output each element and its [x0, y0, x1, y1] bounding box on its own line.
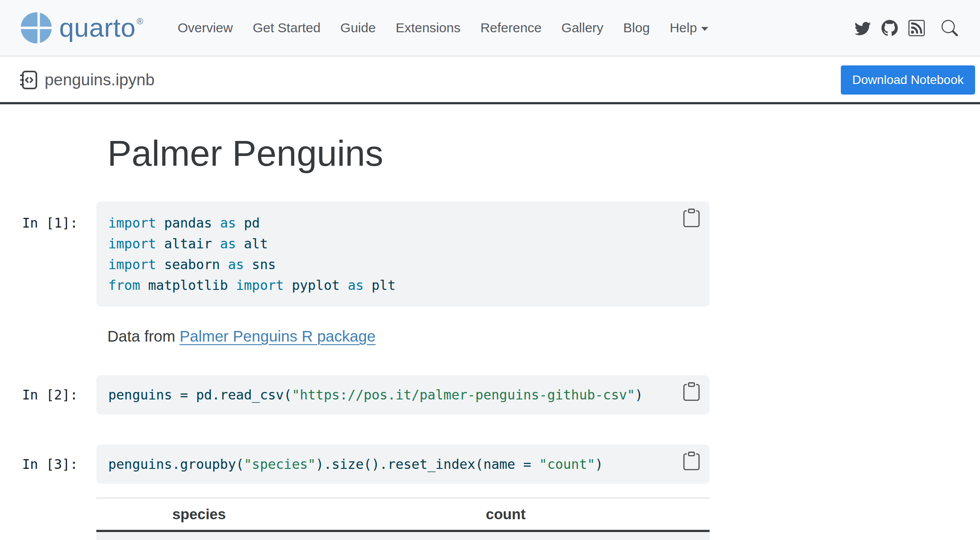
search-icon[interactable] — [942, 20, 958, 36]
table-row — [96, 532, 710, 540]
table-header-count: count — [302, 498, 710, 530]
clipboard-icon — [682, 452, 701, 470]
nav-item-blog[interactable]: Blog — [623, 20, 650, 35]
cell-execution-label: In [2]: — [22, 384, 78, 405]
nav-item-overview[interactable]: Overview — [178, 20, 233, 35]
notebook-filename: penguins.ipynb — [19, 70, 155, 90]
code-block: penguins.groupby("species").size().reset… — [108, 454, 698, 475]
copy-to-clipboard-button[interactable] — [682, 382, 701, 401]
palmer-penguins-link[interactable]: Palmer Penguins R package — [179, 327, 376, 345]
copy-to-clipboard-button[interactable] — [682, 209, 701, 227]
brand-wordmark: quarto® — [59, 11, 143, 44]
species-count-table: species count — [96, 498, 710, 540]
journal-code-icon — [19, 70, 38, 90]
code-cell-read-csv: penguins = pd.read_csv("https://pos.it/p… — [96, 375, 710, 415]
clipboard-icon — [682, 209, 701, 227]
table-header-species: species — [96, 498, 302, 530]
nav-item-gallery[interactable]: Gallery — [562, 20, 604, 35]
code-cell-groupby: penguins.groupby("species").size().reset… — [96, 445, 710, 484]
chevron-down-icon — [701, 27, 708, 31]
nav-item-get-started[interactable]: Get Started — [253, 20, 320, 35]
notebook-filename-label: penguins.ipynb — [45, 71, 155, 89]
code-block: penguins = pd.read_csv("https://pos.it/p… — [108, 384, 698, 405]
quarto-logo-icon — [20, 11, 53, 44]
page-title: Palmer Penguins — [107, 135, 383, 171]
rss-icon[interactable] — [908, 20, 925, 36]
main-nav: Overview Get Started Guide Extensions Re… — [178, 20, 708, 35]
table-header-row: species count — [96, 498, 710, 532]
top-navbar: quarto® Overview Get Started Guide Exten… — [0, 0, 980, 57]
navbar-icons — [855, 20, 958, 36]
quarto-brand-link[interactable]: quarto® — [20, 11, 143, 44]
code-block: import pandas as pdimport altair as alti… — [108, 213, 698, 296]
nav-item-help[interactable]: Help — [670, 20, 709, 35]
notebook-toolbar: penguins.ipynb Download Notebook — [0, 57, 980, 104]
code-cell-imports: import pandas as pdimport altair as alti… — [96, 202, 710, 307]
twitter-icon[interactable] — [855, 20, 871, 36]
cell-execution-label: In [3]: — [22, 454, 78, 475]
registered-mark: ® — [137, 16, 143, 26]
nav-item-guide[interactable]: Guide — [340, 20, 376, 35]
cell-execution-label: In [1]: — [22, 213, 78, 233]
copy-to-clipboard-button[interactable] — [682, 452, 701, 470]
nav-item-extensions[interactable]: Extensions — [395, 20, 460, 35]
nav-item-reference[interactable]: Reference — [480, 20, 541, 35]
github-icon[interactable] — [881, 20, 898, 36]
data-source-paragraph: Data from Palmer Penguins R package — [107, 327, 376, 346]
download-notebook-button[interactable]: Download Notebook — [841, 65, 975, 95]
clipboard-icon — [682, 382, 701, 401]
